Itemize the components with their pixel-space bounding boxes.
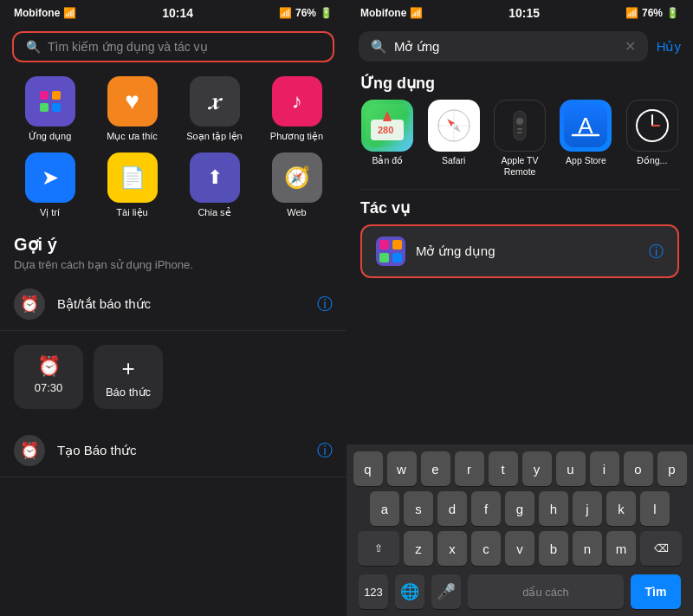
tai-lieu-label: Tài liệu xyxy=(116,207,147,218)
shortcut-web[interactable]: 🧭 Web xyxy=(261,152,333,218)
key-q[interactable]: q xyxy=(353,451,383,486)
shortcut-muc-ua-thic[interactable]: ♥ Mục ưa thíc xyxy=(96,76,168,142)
app-clock[interactable]: Đồng... xyxy=(625,100,679,177)
appletv-label: Apple TV Remote xyxy=(493,155,547,177)
key-shift[interactable]: ⇧ xyxy=(358,531,399,566)
tasks-section-title: Tác vụ xyxy=(346,190,693,224)
phuong-tien-icon: ♪ xyxy=(272,76,322,126)
key-n[interactable]: n xyxy=(573,531,602,566)
alarm-card-time[interactable]: ⏰ 07:30 xyxy=(14,345,83,409)
signal-icon: 📶 xyxy=(279,7,292,19)
clock-app-icon xyxy=(626,100,678,152)
key-o[interactable]: o xyxy=(624,451,653,486)
cancel-button[interactable]: Hủy xyxy=(657,39,681,55)
right-battery: 76% xyxy=(642,7,663,19)
key-k[interactable]: k xyxy=(606,491,636,526)
key-b[interactable]: b xyxy=(539,531,568,566)
app-ban-do[interactable]: 280 Bản đồ xyxy=(360,100,414,177)
suggestion-tao-bao-thuc[interactable]: ⏰ Tạo Báo thức ⓘ xyxy=(0,425,346,477)
alarm-section: ⏰ 07:30 + Báo thức xyxy=(0,331,346,418)
key-i[interactable]: i xyxy=(590,451,619,486)
key-num[interactable]: 123 xyxy=(359,574,388,609)
svg-rect-16 xyxy=(514,111,526,140)
key-r[interactable]: r xyxy=(455,451,484,486)
key-j[interactable]: j xyxy=(573,491,602,526)
right-time: 10:15 xyxy=(508,6,540,20)
key-d[interactable]: d xyxy=(437,491,467,526)
add-icon: + xyxy=(121,355,134,382)
key-y[interactable]: y xyxy=(522,451,552,486)
shortcut-chia-se[interactable]: ⬆ Chia sẻ xyxy=(178,152,250,218)
key-x[interactable]: x xyxy=(437,531,467,566)
vi-tri-icon: ➤ xyxy=(25,152,75,203)
shortcut-tai-lieu[interactable]: 📄 Tài liệu xyxy=(96,152,168,218)
svg-rect-3 xyxy=(52,103,61,112)
ung-dung-icon xyxy=(25,76,75,126)
left-status-right: 📶 76% 🔋 xyxy=(279,7,333,19)
key-backspace[interactable]: ⌫ xyxy=(640,531,682,566)
appstore-icon: A xyxy=(560,100,612,152)
key-space[interactable]: dấu cách xyxy=(468,574,624,609)
tao-bao-thuc-label: Tạo Báo thức xyxy=(57,443,305,458)
chia-se-label: Chia sẻ xyxy=(198,207,230,218)
clear-search-button[interactable]: ✕ xyxy=(625,38,636,55)
ban-do-label: Bản đồ xyxy=(372,155,403,166)
key-m[interactable]: m xyxy=(606,531,636,566)
left-carrier: Mobifone xyxy=(14,7,60,19)
phuong-tien-label: Phương tiện xyxy=(270,131,323,142)
appstore-label: App Store xyxy=(566,155,606,166)
key-return[interactable]: Tìm xyxy=(631,574,681,609)
key-c[interactable]: c xyxy=(471,531,501,566)
key-row-2: a s d f g h j k l xyxy=(350,491,690,526)
shortcut-phuong-tien[interactable]: ♪ Phương tiện xyxy=(261,76,333,142)
maps-icon: 280 xyxy=(361,100,413,152)
suggestion-bat-tat[interactable]: ⏰ Bật/tắt báo thức ⓘ xyxy=(0,278,346,331)
svg-rect-29 xyxy=(392,240,402,250)
right-status-bar: Mobifone 📶 10:15 📶 76% 🔋 xyxy=(346,0,693,24)
key-globe[interactable]: 🌐 xyxy=(395,574,424,609)
left-search-wrapper: 🔍 Tìm kiếm ứng dụng và tác vụ xyxy=(0,24,346,71)
key-z[interactable]: z xyxy=(404,531,433,566)
key-mic[interactable]: 🎤 xyxy=(431,574,461,609)
left-panel: Mobifone 📶 10:14 📶 76% 🔋 🔍 Tìm kiếm ứng … xyxy=(0,0,346,616)
key-v[interactable]: v xyxy=(505,531,534,566)
suggestions-title: Gợi ý xyxy=(0,230,346,256)
key-p[interactable]: p xyxy=(657,451,687,486)
key-s[interactable]: s xyxy=(404,491,433,526)
key-u[interactable]: u xyxy=(556,451,586,486)
task-info-btn[interactable]: ⓘ xyxy=(649,242,664,262)
key-e[interactable]: e xyxy=(421,451,450,486)
tao-bao-thuc-info-btn[interactable]: ⓘ xyxy=(317,440,333,461)
key-t[interactable]: t xyxy=(489,451,518,486)
key-h[interactable]: h xyxy=(539,491,568,526)
right-search-row: 🔍 Mở ứng ✕ Hủy xyxy=(346,24,693,70)
soan-tap-len-icon: 𝒙 xyxy=(190,76,240,126)
key-w[interactable]: w xyxy=(387,451,417,486)
left-status-left: Mobifone 📶 xyxy=(14,7,76,19)
app-safari[interactable]: Safari xyxy=(426,100,480,177)
ung-dung-label: Ứng dụng xyxy=(29,131,72,142)
alarm-card-add[interactable]: + Báo thức xyxy=(94,345,163,409)
key-a[interactable]: a xyxy=(370,491,399,526)
shortcut-soan-tap-len[interactable]: 𝒙 Soạn tập lện xyxy=(178,76,250,142)
safari-icon xyxy=(428,100,480,152)
key-g[interactable]: g xyxy=(505,491,534,526)
key-l[interactable]: l xyxy=(640,491,670,526)
svg-point-17 xyxy=(516,118,523,125)
key-f[interactable]: f xyxy=(471,491,501,526)
keyboard-bottom-bar: 123 🌐 🎤 dấu cách Tìm xyxy=(350,571,690,613)
svg-rect-1 xyxy=(52,91,61,100)
svg-text:280: 280 xyxy=(378,125,393,135)
shortcut-ung-dung[interactable]: Ứng dụng xyxy=(14,76,86,142)
left-search-placeholder: Tìm kiếm ứng dụng và tác vụ xyxy=(48,40,208,54)
right-search-query: Mở ứng xyxy=(394,39,439,55)
task-mo-ung-dung[interactable]: Mở ứng dụng ⓘ xyxy=(360,224,679,278)
left-search-bar[interactable]: 🔍 Tìm kiếm ứng dụng và tác vụ xyxy=(12,31,334,62)
shortcut-vi-tri[interactable]: ➤ Vị trí xyxy=(14,152,86,218)
bat-tat-info-btn[interactable]: ⓘ xyxy=(317,294,333,314)
left-status-bar: Mobifone 📶 10:14 📶 76% 🔋 xyxy=(0,0,346,24)
app-appletv[interactable]: Apple TV Remote xyxy=(493,100,547,177)
apps-section: Ứng dụng 280 xyxy=(346,70,693,189)
app-appstore[interactable]: A App Store xyxy=(559,100,612,177)
right-search-bar[interactable]: 🔍 Mở ứng ✕ xyxy=(359,31,648,62)
